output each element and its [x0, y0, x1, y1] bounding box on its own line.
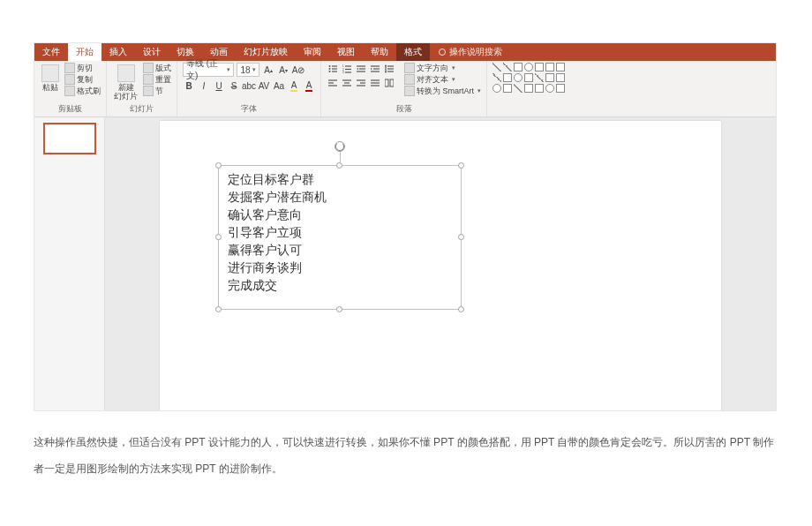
layout-icon: [143, 63, 154, 73]
copy-button[interactable]: 复制: [64, 74, 101, 85]
rotation-handle[interactable]: [335, 141, 345, 152]
section-button[interactable]: 节: [143, 86, 171, 96]
svg-marker-25: [385, 71, 387, 73]
tell-me-search[interactable]: 操作说明搜索: [430, 43, 511, 61]
tab-help[interactable]: 帮助: [363, 43, 396, 61]
format-painter-button[interactable]: 格式刷: [64, 86, 101, 96]
svg-rect-38: [385, 79, 388, 86]
shape-oval-icon[interactable]: [514, 73, 523, 82]
cut-button[interactable]: 剪切: [64, 63, 101, 73]
shape-rect-icon[interactable]: [503, 73, 512, 82]
bold-button[interactable]: B: [183, 79, 195, 92]
shape-line-icon[interactable]: [492, 63, 501, 71]
shape-rect-icon[interactable]: [545, 73, 554, 82]
shape-oval-icon[interactable]: [492, 84, 501, 93]
article-paragraph: 这种操作虽然快捷，但适合没有 PPT 设计能力的人，可以快速进行转换，如果你不懂…: [34, 429, 777, 482]
powerpoint-screenshot: 文件 开始 插入 设计 切换 动画 幻灯片放映 审阅 视图 帮助 格式 操作说明…: [34, 42, 777, 411]
group-paragraph-label: 段落: [327, 103, 481, 116]
slide-canvas-area[interactable]: 定位目标客户群 发掘客户潜在商机 确认客户意向 引导客户立项 赢得客户认可 进行…: [105, 117, 776, 410]
italic-button[interactable]: I: [198, 79, 210, 92]
tab-file[interactable]: 文件: [34, 43, 68, 61]
textbox-line: 定位目标客户群: [228, 171, 454, 189]
strike-button[interactable]: S: [228, 79, 240, 92]
columns-button[interactable]: [383, 77, 395, 89]
shadow-button[interactable]: abc: [243, 79, 255, 92]
shape-rect-icon[interactable]: [535, 63, 544, 71]
slide[interactable]: 定位目标客户群 发掘客户潜在商机 确认客户意向 引导客户立项 赢得客户认可 进行…: [160, 121, 721, 411]
section-label: 节: [155, 86, 163, 96]
textbox-line: 确认客户意向: [228, 207, 454, 224]
shape-rect-icon[interactable]: [524, 84, 533, 93]
shape-rect-icon[interactable]: [514, 63, 523, 71]
shape-oval-icon[interactable]: [545, 84, 554, 93]
underline-button[interactable]: U: [213, 79, 225, 92]
paste-button[interactable]: 粘贴: [40, 63, 61, 94]
tab-slideshow[interactable]: 幻灯片放映: [236, 43, 296, 61]
smartart-button[interactable]: 转换为 SmartArt▾: [404, 86, 481, 96]
group-paragraph: 123 文字方向▾ 对齐文本▾ 转换为 SmartArt▾: [321, 61, 487, 116]
tab-format[interactable]: 格式: [396, 43, 430, 61]
tab-design[interactable]: 设计: [135, 43, 169, 61]
svg-point-0: [329, 65, 331, 67]
tab-home[interactable]: 开始: [68, 43, 102, 61]
resize-handle-br[interactable]: [458, 306, 464, 312]
svg-rect-39: [390, 79, 394, 86]
paste-icon: [41, 64, 59, 82]
selected-textbox[interactable]: 定位目标客户群 发掘客户潜在商机 确认客户意向 引导客户立项 赢得客户认可 进行…: [218, 165, 462, 310]
align-center-button[interactable]: [341, 77, 353, 89]
line-spacing-button[interactable]: [383, 63, 395, 75]
increase-indent-button[interactable]: [369, 63, 381, 75]
resize-handle-tl[interactable]: [215, 162, 222, 169]
shape-oval-icon[interactable]: [524, 63, 533, 71]
shape-rect-icon[interactable]: [524, 73, 533, 82]
layout-button[interactable]: 版式: [143, 63, 171, 73]
grow-font-button[interactable]: A▴: [262, 64, 274, 76]
align-left-button[interactable]: [327, 77, 339, 89]
shape-line-icon[interactable]: [503, 63, 512, 71]
decrease-indent-button[interactable]: [355, 63, 367, 75]
shape-rect-icon[interactable]: [545, 63, 554, 71]
change-case-button[interactable]: Aa: [273, 79, 285, 92]
shape-rect-icon[interactable]: [535, 84, 544, 93]
group-drawing: [487, 61, 570, 116]
align-text-button[interactable]: 对齐文本▾: [404, 74, 481, 85]
shape-line-icon[interactable]: [535, 73, 544, 82]
chevron-down-icon: ▾: [252, 66, 256, 73]
text-direction-button[interactable]: 文字方向▾: [404, 63, 481, 73]
shapes-gallery[interactable]: [492, 63, 565, 93]
shrink-font-button[interactable]: A▾: [277, 64, 289, 76]
align-right-button[interactable]: [355, 77, 367, 89]
resize-handle-ml[interactable]: [215, 234, 222, 240]
workspace: 定位目标客户群 发掘客户潜在商机 确认客户意向 引导客户立项 赢得客户认可 进行…: [34, 117, 776, 410]
font-name-combo[interactable]: 等线 (正文)▾: [183, 63, 234, 77]
char-spacing-button[interactable]: AV: [258, 79, 270, 92]
font-size-combo[interactable]: 18▾: [237, 63, 259, 77]
shape-line-icon[interactable]: [514, 84, 523, 93]
tab-review[interactable]: 审阅: [296, 43, 329, 61]
justify-button[interactable]: [369, 77, 381, 89]
numbering-button[interactable]: 123: [341, 63, 353, 75]
font-color-button[interactable]: A: [303, 79, 315, 92]
shape-rect-icon[interactable]: [503, 84, 512, 93]
resize-handle-tr[interactable]: [458, 162, 464, 169]
resize-handle-bl[interactable]: [215, 306, 222, 312]
group-clipboard: 粘贴 剪切 复制 格式刷 剪贴板: [34, 61, 107, 116]
reset-button[interactable]: 重置: [143, 74, 171, 85]
new-slide-button[interactable]: 新建 幻灯片: [112, 63, 139, 102]
bullets-button[interactable]: [327, 63, 339, 75]
slide-thumbnail-1[interactable]: [43, 123, 96, 154]
shape-arrow-icon[interactable]: [492, 73, 501, 82]
textbox-content[interactable]: 定位目标客户群 发掘客户潜在商机 确认客户意向 引导客户立项 赢得客户认可 进行…: [219, 166, 461, 300]
shape-rect-icon[interactable]: [556, 84, 565, 93]
shape-rect-icon[interactable]: [556, 73, 565, 82]
svg-text:3: 3: [342, 71, 344, 73]
clear-format-button[interactable]: A⊘: [292, 64, 304, 76]
resize-handle-mr[interactable]: [458, 234, 464, 240]
resize-handle-mb[interactable]: [336, 306, 342, 312]
tab-view[interactable]: 视图: [329, 43, 363, 61]
shape-rect-icon[interactable]: [556, 63, 565, 71]
tab-insert[interactable]: 插入: [102, 43, 135, 61]
highlight-button[interactable]: A: [288, 79, 300, 92]
new-slide-icon: [117, 64, 135, 82]
resize-handle-mt[interactable]: [336, 162, 342, 169]
